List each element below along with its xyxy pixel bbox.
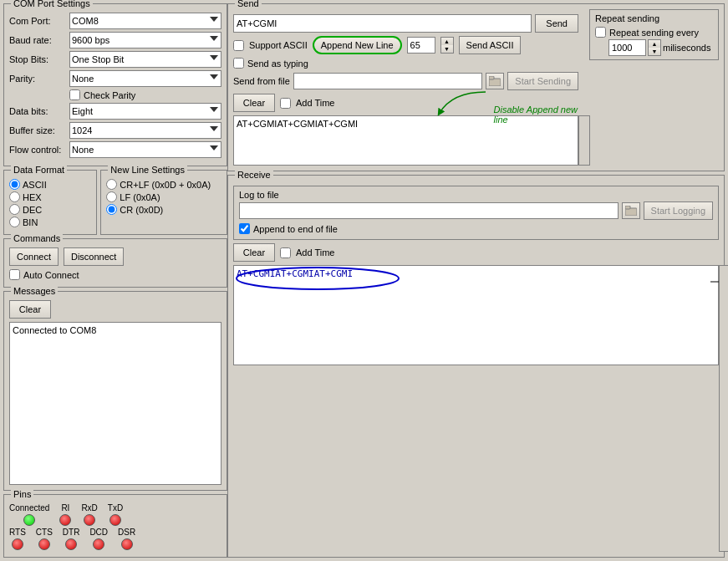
send-input-field[interactable] [233, 14, 532, 33]
receive-group: Receive Log to file Start Loggin [227, 175, 725, 558]
new-line-settings-group: New Line Settings CR+LF (0x0D + 0x0A) LF… [100, 170, 227, 235]
repeat-sending-group: Repeat sending Repeat sending every ▲ ▼ … [589, 9, 719, 60]
commands-title: Commands [11, 233, 63, 243]
pins-title: Pins [11, 489, 33, 499]
messages-text: Connected to COM8 [13, 325, 96, 335]
send-as-typing-checkbox[interactable] [233, 58, 244, 69]
data-bits-label: Data bits: [9, 106, 69, 116]
ascii-label: ASCII [23, 180, 47, 190]
receive-content-area: AT+CGMIAT+CGMIAT+CGMI [233, 265, 719, 365]
receive-content-text: AT+CGMIAT+CGMIAT+CGMI [237, 268, 353, 279]
ri-led [59, 514, 71, 526]
append-to-end-label: Append to end of file [253, 224, 338, 234]
send-scrollbar[interactable] [578, 115, 590, 166]
send-file-browse-button[interactable] [486, 73, 504, 89]
parity-select[interactable]: None [69, 70, 221, 87]
log-browse-button[interactable] [622, 202, 640, 219]
svg-rect-1 [489, 76, 494, 79]
bin-label: BIN [23, 217, 38, 227]
send-ascii-button[interactable]: Send ASCII [459, 36, 522, 54]
data-format-group: Data Format ASCII HEX DEC BIN [3, 170, 97, 235]
commands-group: Commands Connect Disconnect Auto Connect [3, 238, 227, 288]
start-logging-button[interactable]: Start Logging [644, 201, 713, 220]
send-clear-button[interactable]: Clear [233, 94, 275, 112]
send-button[interactable]: Send [535, 14, 578, 33]
send-group: Send Repeat sending Repeat sending every… [227, 3, 725, 171]
cts-led [38, 538, 50, 550]
receive-add-time-label: Add Time [296, 247, 334, 258]
dec-label: DEC [23, 205, 42, 215]
send-add-time-checkbox[interactable] [280, 98, 291, 109]
ascii-num-input[interactable] [407, 37, 435, 54]
com-port-select[interactable]: COM8 [69, 13, 221, 29]
repeat-checkbox[interactable] [595, 27, 606, 38]
ascii-radio[interactable] [9, 179, 20, 190]
append-new-line-button[interactable]: Append New Line [313, 36, 402, 54]
send-content-area: AT+CGMIAT+CGMIAT+CGMI [233, 115, 578, 166]
support-ascii-label: Support ASCII [249, 40, 308, 50]
dcd-pin-label: DCD [89, 528, 108, 537]
buffer-size-label: Buffer size: [9, 125, 69, 135]
hex-radio[interactable] [9, 191, 20, 202]
messages-group: Messages Clear Connected to COM8 [3, 291, 227, 491]
check-parity-checkbox[interactable] [69, 89, 80, 100]
rts-led [12, 538, 23, 550]
log-to-file-group: Log to file Start Logging A [233, 186, 719, 240]
stop-bits-select[interactable]: One Stop Bit [69, 51, 221, 68]
connect-button[interactable]: Connect [9, 247, 59, 266]
support-ascii-checkbox[interactable] [233, 40, 244, 51]
repeat-every-label: Repeat sending every [609, 28, 699, 38]
receive-add-time-checkbox[interactable] [280, 247, 291, 258]
dtr-led [65, 538, 77, 550]
buffer-size-select[interactable]: 1024 [69, 122, 221, 139]
crlf-radio[interactable] [106, 179, 117, 190]
dcd-led [93, 538, 104, 550]
parity-label: Parity: [9, 74, 69, 84]
stop-bits-label: Stop Bits: [9, 54, 69, 64]
log-file-input[interactable] [239, 202, 619, 219]
txd-led [109, 514, 121, 526]
cr-label: CR (0x0D) [120, 205, 163, 215]
repeat-spin-up[interactable]: ▲ [649, 40, 660, 48]
dsr-pin-label: DSR [118, 528, 135, 537]
flow-control-select[interactable]: None [69, 141, 221, 158]
cts-pin-label: CTS [36, 528, 53, 537]
data-format-title: Data Format [11, 165, 67, 175]
hex-label: HEX [23, 192, 42, 202]
receive-title: Receive [235, 170, 273, 180]
disconnect-button[interactable]: Disconnect [64, 247, 124, 266]
log-to-file-title: Log to file [239, 190, 713, 200]
rts-pin-label: RTS [9, 528, 26, 537]
messages-clear-button[interactable]: Clear [9, 300, 51, 319]
receive-clear-button[interactable]: Clear [233, 243, 275, 262]
bin-radio[interactable] [9, 217, 20, 227]
com-port-settings-group: COM Port Settings Com Port: COM8 Baud ra… [3, 3, 227, 166]
receive-scrollbar[interactable] [719, 265, 728, 552]
crlf-label: CR+LF (0x0D + 0x0A) [120, 180, 211, 190]
com-port-settings-title: COM Port Settings [11, 0, 93, 8]
lf-radio[interactable] [106, 191, 117, 202]
append-to-end-checkbox[interactable] [239, 223, 250, 234]
data-bits-select[interactable]: Eight [69, 103, 221, 120]
milliseconds-label: miliseconds [663, 43, 710, 53]
ascii-spin-up[interactable]: ▲ [441, 38, 453, 45]
ascii-spin-down[interactable]: ▼ [441, 45, 453, 53]
svg-rect-3 [625, 206, 630, 209]
baud-rate-select[interactable]: 9600 bps [69, 32, 221, 48]
lf-label: LF (0x0A) [120, 192, 160, 202]
repeat-value-input[interactable] [608, 39, 646, 56]
txd-pin-label: TxD [108, 503, 123, 513]
ri-pin-label: RI [61, 503, 69, 513]
cr-radio[interactable] [106, 204, 117, 215]
auto-connect-checkbox[interactable] [9, 269, 20, 280]
rxd-pin-label: RxD [81, 503, 97, 513]
baud-rate-label: Baud rate: [9, 35, 69, 45]
check-parity-label: Check Parity [84, 90, 135, 100]
send-content-text: AT+CGMIAT+CGMIAT+CGMI [237, 119, 358, 129]
dec-radio[interactable] [9, 204, 20, 215]
send-file-input[interactable] [293, 73, 482, 89]
rxd-led [84, 514, 95, 526]
repeat-spin-down[interactable]: ▼ [649, 48, 660, 55]
messages-content-area: Connected to COM8 [9, 322, 221, 485]
start-sending-button[interactable]: Start Sending [507, 72, 578, 90]
